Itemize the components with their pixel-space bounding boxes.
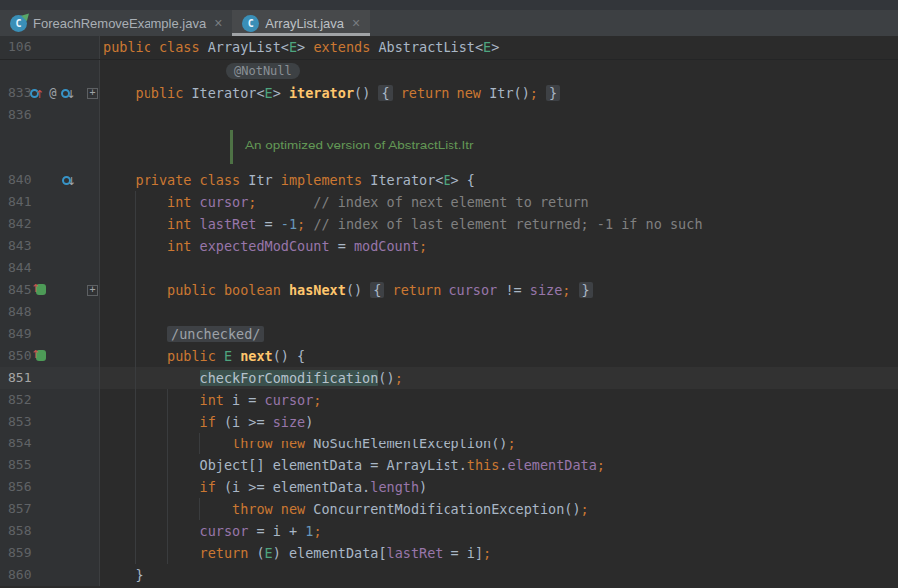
close-icon[interactable]: ×: [214, 16, 222, 30]
code-token: public: [167, 282, 224, 298]
code-content[interactable]: checkForComodification();: [100, 367, 898, 389]
gutter: 856: [0, 476, 100, 498]
fold-marker-plus-icon[interactable]: +: [87, 88, 98, 99]
code-token: = i +: [248, 523, 305, 539]
tab-arraylist-java[interactable]: C ArrayList.java ×: [232, 10, 370, 36]
code-token: ;: [530, 85, 538, 101]
code-token: [570, 282, 578, 298]
java-class-run-icon: C: [10, 15, 27, 32]
annotation-icon[interactable]: @: [49, 86, 56, 100]
code-content[interactable]: An optimized version of AbstractList.Itr: [100, 126, 898, 169]
code-token: [384, 282, 392, 298]
code-content[interactable]: @NotNull: [100, 60, 898, 82]
code-token: Itr(): [481, 85, 530, 101]
sticky-context-header: 106 public class ArrayList<E> extends Ab…: [0, 36, 898, 60]
code-content[interactable]: cursor = i + 1;: [100, 520, 898, 542]
code-token: throw: [232, 436, 281, 451]
line-number: 840: [8, 169, 31, 191]
code-content[interactable]: public E next() {: [100, 345, 898, 367]
code-token: ) elementData[: [273, 545, 387, 561]
code-token: boolean: [224, 282, 289, 298]
code-content[interactable]: int expectedModCount = modCount;: [100, 235, 898, 257]
line-number: 858: [8, 520, 31, 542]
inlay-hint-notnull[interactable]: @NotNull: [226, 63, 300, 79]
code-token: =: [256, 216, 280, 232]
line-number: 854: [8, 433, 31, 454]
code-content[interactable]: int i = cursor;: [100, 389, 898, 411]
code-token: [393, 85, 401, 101]
code-token: ConcurrentModificationException(): [313, 501, 580, 517]
line-number: 851: [8, 367, 31, 389]
code-token: modCount: [354, 238, 419, 254]
code-line-840[interactable]: 840↓ private class Itr implements Iterat…: [0, 169, 898, 191]
line-number: 859: [8, 542, 31, 564]
code-content[interactable]: [100, 104, 898, 126]
code-line[interactable]: @NotNull: [0, 60, 898, 82]
overriding-icon[interactable]: ↑: [33, 284, 46, 296]
code-content[interactable]: if (i >= size): [100, 411, 898, 433]
code-token: int: [167, 216, 200, 232]
code-line-860[interactable]: 860 }: [0, 564, 898, 586]
line-number: 855: [8, 454, 31, 476]
gutter: 843: [0, 235, 100, 257]
gutter: 858: [0, 520, 100, 542]
overridden-down-icon[interactable]: ↓: [62, 169, 76, 191]
overriding-icon[interactable]: ↑: [33, 350, 46, 362]
code-content[interactable]: Object[] elementData = ArrayList.this.el…: [100, 454, 898, 476]
code-token: ;: [507, 436, 515, 451]
code-content[interactable]: if (i >= elementData.length): [100, 476, 898, 498]
gutter: 851: [0, 367, 100, 389]
code-token: public: [103, 39, 159, 55]
code-token: -1: [281, 216, 297, 232]
code-token: hasNext: [289, 282, 346, 298]
run-overlay-icon: [21, 10, 32, 21]
code-content[interactable]: int cursor; // index of next element to …: [100, 191, 898, 213]
code-token: Itr: [248, 172, 281, 188]
code-content[interactable]: [100, 301, 898, 323]
code-token: if: [200, 414, 224, 430]
code-token: return: [393, 282, 442, 298]
code-token: return: [401, 85, 449, 101]
code-token: >: [491, 39, 499, 55]
code-token: AbstractList<: [378, 39, 483, 55]
code-token: [538, 85, 546, 101]
code-token: E: [443, 172, 450, 188]
code-token: cursor: [449, 282, 497, 298]
code-token: ;: [483, 545, 491, 561]
code-content[interactable]: /unchecked/: [100, 323, 898, 345]
code-token: next: [240, 348, 273, 364]
code-line-833[interactable]: 833↑@↓+ public Iterator<E> iterator() { …: [0, 82, 898, 104]
close-icon[interactable]: ×: [352, 16, 360, 30]
tab-label: ForeachRemoveExample.java: [33, 16, 206, 31]
code-content[interactable]: public Iterator<E> iterator() { return n…: [100, 82, 898, 104]
sticky-header-code[interactable]: public class ArrayList<E> extends Abstra…: [100, 36, 898, 59]
code-token: elementData: [507, 457, 596, 473]
fold-marker-plus-icon[interactable]: +: [87, 285, 98, 296]
code-content[interactable]: int lastRet = -1; // index of last eleme…: [100, 213, 898, 235]
line-number: 856: [8, 476, 31, 498]
gutter: 860: [0, 564, 100, 586]
code-content[interactable]: throw new NoSuchElementException();: [100, 433, 898, 454]
code-token: }: [546, 85, 560, 101]
gutter: 833↑@↓+: [0, 82, 100, 104]
override-up-icon[interactable]: ↑: [30, 82, 44, 104]
code-token: }: [579, 282, 593, 298]
code-content[interactable]: private class Itr implements Iterator<E>…: [100, 169, 898, 191]
code-token: >: [297, 39, 313, 55]
code-token: >: [273, 85, 289, 101]
line-number: 849: [8, 323, 31, 345]
code-line-836[interactable]: 836: [0, 104, 898, 126]
code-token: E: [289, 39, 297, 55]
code-content[interactable]: return (E) elementData[lastRet = i];: [100, 542, 898, 564]
tab-foreachremoveexample-java[interactable]: C ForeachRemoveExample.java ×: [0, 10, 232, 36]
code-content[interactable]: public boolean hasNext() { return cursor…: [100, 279, 898, 301]
code-token: (i >= elementData.: [224, 479, 370, 495]
code-content[interactable]: }: [100, 564, 898, 586]
gutter: [0, 126, 100, 169]
code-line[interactable]: An optimized version of AbstractList.Itr: [0, 126, 898, 169]
code-content[interactable]: [100, 257, 898, 279]
overridden-down-icon[interactable]: ↓: [61, 82, 75, 104]
tab-label: ArrayList.java: [265, 16, 344, 31]
code-content[interactable]: throw new ConcurrentModificationExceptio…: [100, 498, 898, 520]
code-token: int: [200, 392, 233, 408]
